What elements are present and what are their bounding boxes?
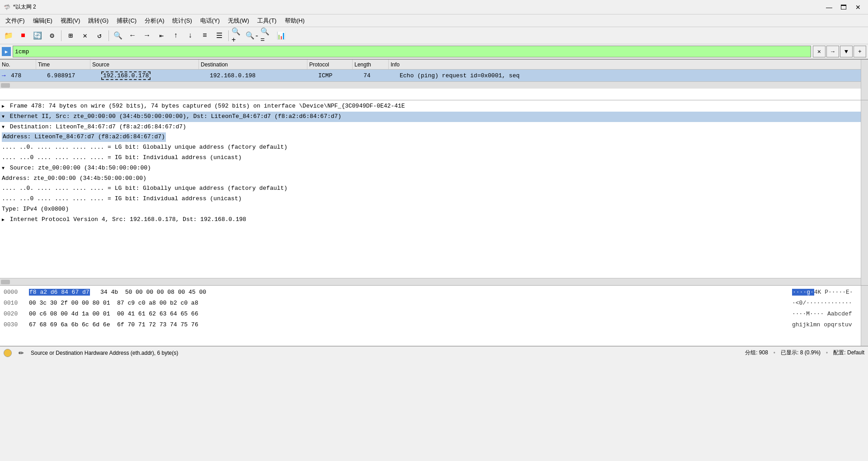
filter-input[interactable]: icmp	[13, 46, 811, 57]
filter-clear-btn[interactable]: ✕	[813, 46, 826, 57]
toolbar-gear-btn[interactable]: ⚙	[45, 29, 59, 42]
toolbar-fwd-btn[interactable]: →	[140, 29, 154, 42]
toolbar-restart-btn[interactable]: 🔄	[31, 29, 44, 42]
toolbar-table-btn[interactable]: ⊞	[64, 29, 77, 42]
hex-ascii-0: ····g·4K P·····E·	[792, 289, 864, 296]
row-info: Echo (ping) request id=0x0001, seq	[398, 70, 868, 81]
col-header-length[interactable]: Length	[353, 60, 389, 69]
detail-scrollbar[interactable]	[861, 100, 868, 285]
hex-selected-bytes[interactable]: f8 a2 d6 84 67 d7	[29, 289, 90, 296]
menu-file[interactable]: 文件(F)	[2, 16, 28, 26]
toolbar-open-btn[interactable]: 📁	[2, 29, 15, 42]
filter-add-btn[interactable]: +	[854, 46, 866, 57]
status-message: Source or Destination Hardware Address (…	[31, 350, 178, 356]
menu-tools[interactable]: 工具(T)	[254, 16, 280, 26]
menu-wireless[interactable]: 无线(W)	[224, 16, 253, 26]
menu-help[interactable]: 帮助(H)	[281, 16, 308, 26]
toolbar-zoomfit-btn[interactable]: 🔍=	[260, 29, 274, 42]
src-ig-row: .... ...0 .... .... .... .... = IG bit: …	[0, 194, 868, 204]
app-icon: 🦈	[4, 4, 10, 10]
col-header-destination[interactable]: Destination	[199, 60, 307, 69]
status-edit-icon[interactable]: ✏	[17, 349, 25, 357]
dest-address-row[interactable]: Address: LiteonTe_84:67:d7 (f8:a2:d6:84:…	[0, 132, 868, 142]
frame-expand-icon: ▶	[2, 103, 5, 110]
title-area: 🦈 *以太网 2	[4, 3, 36, 11]
toolbar-sep2	[108, 30, 109, 41]
toolbar-jump-btn[interactable]: ⇤	[155, 29, 168, 42]
horizontal-scrollbar[interactable]	[0, 81, 868, 89]
hex-offset-3: 0030	[4, 321, 22, 328]
type-row: Type: IPv4 (0x0800)	[0, 204, 868, 215]
hex-row-0: 0000 f8 a2 d6 84 67 d7 34 4b 50 00 00 00…	[0, 287, 868, 297]
list-scrollbar[interactable]	[861, 60, 868, 100]
internet-row[interactable]: ▶ Internet Protocol Version 4, Src: 192.…	[0, 215, 868, 225]
toolbar-list2-btn[interactable]: ☰	[212, 29, 226, 42]
toolbar-stop-btn[interactable]: ■	[16, 29, 30, 42]
toolbar-zoomout-btn[interactable]: 🔍-	[245, 29, 259, 42]
hex-ascii-3: ghijklmn opqrstuv	[792, 321, 864, 328]
toolbar-refresh-btn[interactable]: ↺	[93, 29, 106, 42]
row-source: 192.168.0.178	[99, 70, 208, 81]
status-displayed: 已显示: 8 (0.9%)	[781, 349, 821, 357]
toolbar-back-btn[interactable]: ←	[126, 29, 139, 42]
close-button[interactable]: ✕	[852, 3, 864, 12]
filterbar: ▶ icmp ✕ → ▼ +	[0, 44, 868, 60]
menu-edit[interactable]: 编辑(E)	[29, 16, 56, 26]
minimize-button[interactable]: —	[823, 3, 835, 12]
filter-arrow-btn[interactable]: →	[826, 46, 839, 57]
ethernet-expand-icon: ▼	[2, 113, 5, 121]
toolbar-down-btn[interactable]: ↓	[184, 29, 197, 42]
detail-hscroll-thumb[interactable]	[1, 280, 10, 284]
col-header-time[interactable]: Time	[36, 60, 90, 69]
menu-stats[interactable]: 统计(S)	[169, 16, 195, 26]
detail-pane: ▶ Frame 478: 74 bytes on wire (592 bits)…	[0, 100, 868, 286]
col-header-source[interactable]: Source	[90, 60, 199, 69]
hex-scrollbar[interactable]	[861, 286, 868, 346]
src-expand-row[interactable]: ▼ Source: zte_00:00:00 (34:4b:50:00:00:0…	[0, 163, 868, 174]
src-text: Source: zte_00:00:00 (34:4b:50:00:00:00)	[10, 165, 151, 171]
menu-go[interactable]: 跳转(G)	[85, 16, 112, 26]
hex-offset-0: 0000	[4, 289, 22, 296]
hscroll-thumb[interactable]	[1, 83, 10, 88]
toolbar-up-btn[interactable]: ↑	[169, 29, 183, 42]
menu-view[interactable]: 视图(V)	[57, 16, 84, 26]
status-profile: 配置: Default	[833, 349, 864, 357]
row-destination: 192.168.0.198	[208, 70, 316, 81]
col-header-no[interactable]: No.	[0, 60, 36, 69]
status-sep2: •	[826, 350, 828, 356]
hex-bytes-2: 00 c6 08 00 4d 1a 00 01 00 41 61 62 63 6…	[29, 310, 785, 317]
ethernet-row[interactable]: ▼ Ethernet II, Src: zte_00:00:00 (34:4b:…	[0, 112, 868, 122]
menu-analyze[interactable]: 分析(A)	[141, 16, 168, 26]
hex-selected-ascii[interactable]: ····g·	[792, 289, 814, 296]
toolbar-search-btn[interactable]: 🔍	[111, 29, 125, 42]
hex-row-3: 0030 67 68 69 6a 6b 6c 6d 6e 6f 70 71 72…	[0, 319, 868, 330]
source-address: 192.168.0.178	[101, 71, 151, 80]
table-row[interactable]: → 478 6.988917 192.168.0.178 192.168.0.1…	[0, 70, 868, 81]
menu-phone[interactable]: 电话(Y)	[197, 16, 223, 26]
toolbar-graph-btn[interactable]: 📊	[274, 29, 288, 42]
dest-expand-icon: ▼	[2, 124, 5, 131]
dest-ig-row: .... ...0 .... .... .... .... = IG bit: …	[0, 153, 868, 163]
ethernet-text: Ethernet II, Src: zte_00:00:00 (34:4b:50…	[10, 113, 341, 120]
toolbar-list-btn[interactable]: ≡	[198, 29, 212, 42]
detail-hscroll[interactable]	[0, 278, 861, 285]
hex-bytes-0: f8 a2 d6 84 67 d7 34 4b 50 00 00 00 08 0…	[29, 289, 785, 296]
maximize-button[interactable]: 🗖	[837, 3, 850, 12]
col-header-info[interactable]: Info	[389, 60, 868, 69]
toolbar-sep3	[228, 30, 229, 41]
toolbar-zoomin-btn[interactable]: 🔍+	[231, 29, 245, 42]
filter-dropdown-btn[interactable]: ▼	[840, 46, 853, 57]
row-no: 478	[9, 70, 45, 81]
dest-expand-row[interactable]: ▼ Destination: LiteonTe_84:67:d7 (f8:a2:…	[0, 122, 868, 132]
frame-row[interactable]: ▶ Frame 478: 74 bytes on wire (592 bits)…	[0, 101, 868, 112]
toolbar-clear-btn[interactable]: ✕	[78, 29, 92, 42]
hex-pane: 0000 f8 a2 d6 84 67 d7 34 4b 50 00 00 00…	[0, 286, 868, 346]
menu-capture[interactable]: 捕获(C)	[113, 16, 140, 26]
row-time: 6.988917	[45, 70, 99, 81]
hex-offset-2: 0020	[4, 310, 22, 317]
dest-ig-text: .... ...0 .... .... .... .... = IG bit: …	[2, 154, 242, 161]
detail-content: ▶ Frame 478: 74 bytes on wire (592 bits)…	[0, 100, 868, 226]
col-header-protocol[interactable]: Protocol	[307, 60, 353, 69]
hex-bytes-3: 67 68 69 6a 6b 6c 6d 6e 6f 70 71 72 73 7…	[29, 321, 785, 328]
filter-buttons: ✕ → ▼ +	[813, 46, 866, 57]
